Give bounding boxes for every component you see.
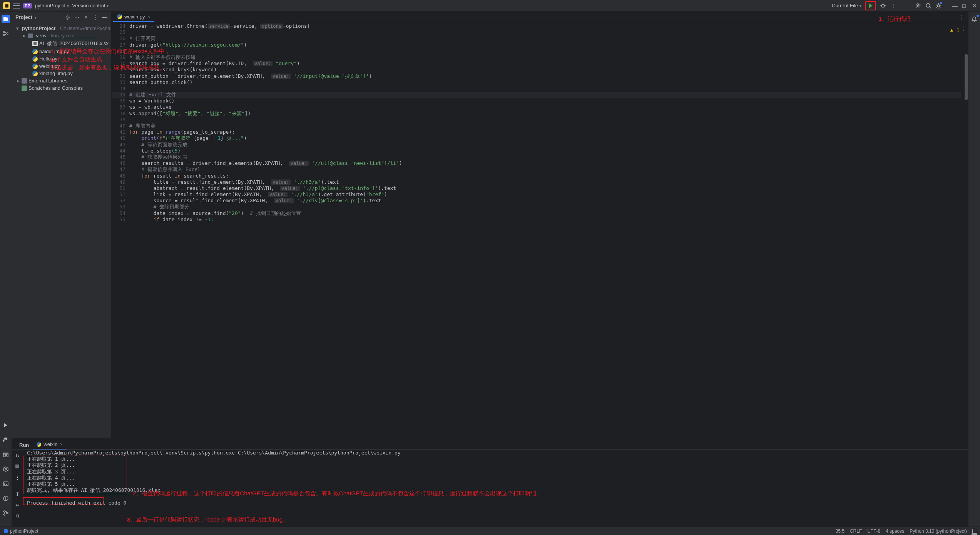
svg-marker-19: [3, 467, 8, 471]
lock-icon[interactable]: [972, 529, 976, 533]
status-cursor[interactable]: 35:5: [836, 528, 845, 534]
svg-point-26: [3, 514, 5, 515]
tree-external-libs[interactable]: ▸ External Libraries: [12, 77, 111, 84]
python-console-icon[interactable]: [2, 436, 10, 444]
svg-point-5: [917, 3, 919, 5]
project-dropdown[interactable]: pythonProject: [35, 3, 69, 8]
lib-icon: [22, 78, 27, 84]
svg-line-15: [5, 34, 7, 35]
svg-rect-21: [3, 482, 8, 486]
status-encoding[interactable]: UTF-8: [867, 528, 880, 534]
print-icon[interactable]: ⎙: [14, 512, 21, 519]
run-config-dropdown[interactable]: Current File: [832, 3, 861, 8]
tree-scratches[interactable]: Scratches and Consoles: [12, 84, 111, 92]
run-tool-icon[interactable]: [2, 421, 10, 429]
py-icon: [32, 71, 38, 76]
window-maximize[interactable]: □: [962, 3, 967, 8]
xlsx-icon: [32, 41, 38, 46]
vcs-tool-icon[interactable]: [2, 509, 10, 517]
svg-point-8: [926, 3, 930, 7]
svg-line-14: [5, 32, 7, 33]
project-tree[interactable]: ▾ pythonProject C:\Users\Admin\PycharmPr…: [12, 23, 111, 438]
structure-tool-icon[interactable]: [2, 29, 10, 38]
search-icon[interactable]: [925, 3, 932, 9]
play-icon: [869, 3, 873, 8]
run-console[interactable]: C:\Users\Admin\PycharmProjects\pythonPro…: [23, 450, 968, 527]
run-toolbar: ↻ ⋮ ↧ ↩ ⎙: [12, 450, 23, 527]
collapse-icon[interactable]: ⤫: [83, 14, 89, 20]
notification-dot-icon: [940, 2, 942, 4]
folder-icon: [28, 34, 33, 38]
hide-panel-icon[interactable]: —: [101, 14, 107, 20]
titlebar: ▦ PP pythonProject Version control Curre…: [0, 0, 980, 12]
tree-xlsx-file[interactable]: AI_微信_20240607001016.xlsx: [12, 39, 111, 48]
svg-point-24: [5, 499, 6, 500]
close-tab-icon[interactable]: ×: [147, 14, 150, 20]
tree-py-file[interactable]: weixin.py: [12, 62, 111, 70]
settings-icon[interactable]: [935, 3, 942, 9]
problems-tool-icon[interactable]: [2, 494, 10, 503]
project-tool-icon[interactable]: [2, 15, 10, 23]
tree-venv[interactable]: ▸ .venv library root: [12, 32, 111, 39]
main-menu-icon[interactable]: [13, 3, 20, 8]
editor-area: weixin.py × ⋮ ▲ 3 ˄˅ 2425262728293031323…: [112, 12, 968, 438]
scratch-icon: [22, 86, 27, 91]
tree-py-file[interactable]: xinlang_img.py: [12, 70, 111, 77]
svg-line-9: [930, 7, 931, 8]
svg-point-20: [5, 468, 7, 470]
project-badge: PP: [23, 3, 32, 8]
tree-root[interactable]: ▾ pythonProject C:\Users\Admin\PycharmPr…: [12, 25, 111, 32]
status-project[interactable]: pythonProject: [10, 528, 38, 534]
svg-point-10: [937, 5, 940, 7]
notification-dot-icon: [977, 15, 979, 17]
editor-gutter: 2425262728293031323334353637383940414243…: [112, 23, 129, 438]
statusbar: pythonProject 35:5 CRLF UTF-8 4 spaces P…: [0, 527, 980, 535]
warning-icon: ▲: [949, 27, 954, 33]
debug-button[interactable]: [880, 3, 886, 9]
rerun-icon[interactable]: ↻: [14, 452, 21, 459]
inspection-badge[interactable]: ▲ 3 ˄˅: [949, 27, 965, 33]
status-interpreter[interactable]: Python 3.10 (pythonProject): [910, 528, 967, 534]
status-indent[interactable]: 4 spaces: [886, 528, 904, 534]
svg-point-0: [881, 4, 885, 7]
editor-more-icon[interactable]: ⋮: [959, 14, 965, 20]
py-icon: [32, 49, 38, 54]
run-button[interactable]: [868, 3, 874, 9]
svg-rect-18: [5, 454, 7, 456]
app-icon: ▦: [3, 2, 10, 9]
more-actions-icon[interactable]: ⋮: [890, 3, 896, 9]
editor-tab-weixin[interactable]: weixin.py ×: [113, 12, 154, 22]
notifications-icon[interactable]: [970, 15, 978, 23]
run-more-icon[interactable]: ⋮: [14, 474, 21, 481]
status-line-sep[interactable]: CRLF: [850, 528, 862, 534]
vcs-dropdown[interactable]: Version control: [72, 3, 109, 8]
services-tool-icon[interactable]: [2, 465, 10, 473]
project-panel-title: Project: [15, 14, 32, 20]
run-panel: Run weixin × ↻ ⋮ ↧ ↩ ⎙: [12, 438, 968, 527]
run-tab-weixin[interactable]: weixin ×: [33, 440, 67, 449]
tree-py-file[interactable]: Hello.py: [12, 55, 111, 62]
tree-py-file[interactable]: baidu_img.py: [12, 48, 111, 55]
expand-all-icon[interactable]: ⋯: [74, 14, 80, 20]
editor-tab-label: weixin.py: [124, 14, 145, 20]
panel-options-icon[interactable]: ⋮: [92, 14, 98, 20]
terminal-tool-icon[interactable]: [2, 480, 10, 488]
editor-content[interactable]: driver = webdriver.Chrome(service=servic…: [129, 23, 968, 438]
soft-wrap-icon[interactable]: ↩: [14, 501, 21, 508]
status-indicator-icon: [4, 529, 8, 533]
window-close[interactable]: ✕: [972, 3, 977, 8]
window-minimize[interactable]: —: [952, 3, 957, 8]
locate-icon[interactable]: ◎: [64, 14, 70, 20]
close-run-tab-icon[interactable]: ×: [60, 441, 63, 447]
py-icon: [37, 442, 41, 447]
project-view-chevron-icon[interactable]: [35, 14, 37, 20]
svg-point-13: [7, 33, 8, 34]
py-icon: [32, 56, 38, 62]
project-panel: Project ◎ ⋯ ⤫ ⋮ — ▾ pythonProject: [12, 12, 112, 438]
scroll-to-end-icon[interactable]: ↧: [14, 491, 21, 498]
code-with-me-icon[interactable]: [915, 3, 921, 9]
py-icon: [117, 14, 122, 19]
stop-icon[interactable]: [14, 463, 21, 470]
python-packages-icon[interactable]: [2, 450, 10, 459]
run-panel-title: Run: [15, 441, 33, 449]
